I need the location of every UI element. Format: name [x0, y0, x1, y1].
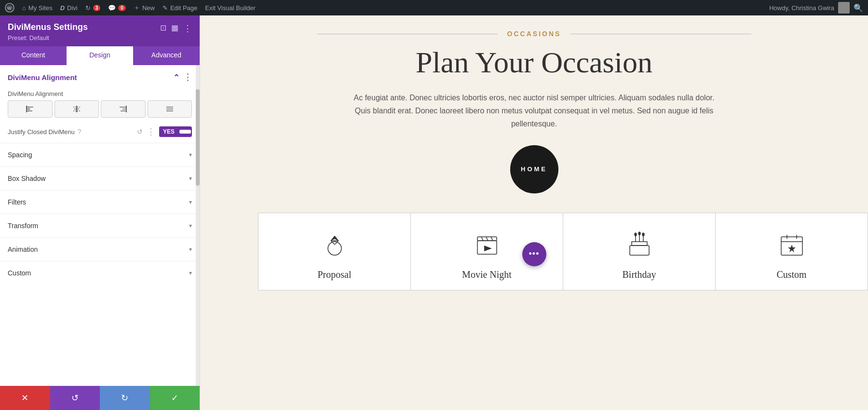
recycle-item[interactable]: ↻ 3	[85, 4, 101, 12]
custom-chevron: ▾	[189, 270, 192, 276]
svg-point-34	[635, 233, 637, 236]
svg-line-25	[481, 237, 483, 241]
bottom-action-bar: ✕ ↺ ↻ ✓	[0, 386, 200, 410]
section-collapse-icon[interactable]: ⌃	[173, 73, 179, 82]
my-sites-label: My Sites	[28, 4, 53, 12]
calendar-star-icon	[775, 228, 809, 261]
box-shadow-label: Box Shadow	[8, 175, 46, 182]
comment-icon: 💬	[108, 4, 116, 12]
transform-header[interactable]: Transform ▾	[0, 214, 200, 237]
tab-advanced[interactable]: Advanced	[133, 46, 200, 65]
wordpress-icon: W	[5, 3, 14, 13]
panel-header: DiviMenus Settings ⊡ ▦ ⋮ Preset: Default	[0, 15, 200, 46]
spacing-section: Spacing ▾	[0, 143, 200, 166]
home-icon: ⌂	[22, 4, 26, 12]
align-justify-button[interactable]	[148, 100, 192, 118]
toggle-more-icon[interactable]: ⋮	[147, 126, 155, 137]
undo-button[interactable]: ↺	[50, 386, 100, 410]
reset-icon[interactable]: ↺	[137, 128, 143, 136]
tab-design[interactable]: Design	[67, 46, 133, 65]
align-center-button[interactable]	[54, 100, 99, 118]
transform-label: Transform	[8, 222, 38, 230]
box-shadow-chevron: ▾	[189, 175, 192, 182]
clapperboard-icon	[470, 228, 504, 261]
new-item[interactable]: ＋ New	[134, 3, 155, 12]
divider-line-right	[570, 34, 751, 34]
svg-point-36	[642, 233, 644, 236]
exit-builder-label: Exit Visual Builder	[205, 4, 256, 12]
panel-resize-icon[interactable]: ⊡	[160, 23, 166, 34]
search-icon[interactable]: 🔍	[854, 3, 863, 13]
custom-header[interactable]: Custom ▾	[0, 261, 200, 280]
alignment-label-text: DiviMenu Alignment	[8, 90, 63, 97]
recycle-icon: ↻	[85, 4, 91, 12]
svg-rect-30	[632, 242, 647, 246]
toggle-yes-label: YES	[159, 126, 178, 137]
animation-section: Animation ▾	[0, 237, 200, 261]
panel-layout-icon[interactable]: ▦	[171, 23, 178, 34]
main-layout: DiviMenus Settings ⊡ ▦ ⋮ Preset: Default…	[0, 15, 868, 410]
panel-body: DiviMenu Alignment ⌃ ⋮ DiviMenu Alignmen…	[0, 65, 200, 386]
align-left-button[interactable]	[8, 100, 53, 118]
svg-line-27	[491, 237, 493, 241]
occasions-description: Ac feugiat ante. Donec ultricies loborti…	[351, 91, 718, 131]
svg-marker-41	[788, 245, 796, 252]
transform-section: Transform ▾	[0, 214, 200, 237]
spacing-chevron: ▾	[189, 151, 192, 158]
toggle-label-container: Justify Closed DiviMenu ?	[8, 128, 81, 136]
alignment-section-title: DiviMenu Alignment ⌃ ⋮	[0, 65, 200, 86]
svg-text:W: W	[7, 6, 12, 11]
plus-icon: ＋	[134, 3, 140, 12]
home-circle[interactable]: HOME	[510, 145, 558, 193]
alignment-buttons-row	[0, 100, 200, 123]
svg-marker-19	[331, 236, 339, 241]
help-icon[interactable]: ?	[78, 128, 81, 136]
svg-rect-29	[630, 246, 649, 255]
toggle-no-indicator	[179, 130, 191, 134]
custom-card[interactable]: Custom	[716, 213, 868, 290]
admin-bar: W ⌂ My Sites D Divi ↻ 3 💬 0 ＋ New	[0, 0, 868, 15]
pencil-icon: ✎	[163, 4, 168, 12]
comment-item[interactable]: 💬 0	[108, 4, 126, 12]
occasions-section: OCCASIONS Plan Your Occasion Ac feugiat …	[200, 15, 868, 213]
animation-header[interactable]: Animation ▾	[0, 238, 200, 261]
svg-point-35	[638, 232, 640, 235]
divi-item[interactable]: D Divi	[60, 4, 78, 12]
align-right-button[interactable]	[101, 100, 146, 118]
scrollbar-track[interactable]	[196, 65, 200, 386]
custom-section: Custom ▾	[0, 261, 200, 280]
birthday-card[interactable]: Birthday	[563, 213, 716, 290]
panel-preset[interactable]: Preset: Default	[8, 34, 192, 41]
box-shadow-header[interactable]: Box Shadow ▾	[0, 167, 200, 190]
section-title-icons: ⌃ ⋮	[173, 72, 192, 82]
scrollbar-thumb[interactable]	[196, 89, 200, 186]
tab-content[interactable]: Content	[0, 46, 67, 65]
spacing-header[interactable]: Spacing ▾	[0, 143, 200, 166]
filters-header[interactable]: Filters ▾	[0, 191, 200, 214]
justify-closed-row: Justify Closed DiviMenu ? ↺ ⋮ YES	[0, 123, 200, 143]
cake-icon	[623, 228, 656, 261]
section-options-icon[interactable]: ⋮	[183, 72, 192, 82]
panel-tabs: Content Design Advanced	[0, 46, 200, 65]
occasions-divider: OCCASIONS	[317, 30, 751, 38]
my-sites-item[interactable]: ⌂ My Sites	[22, 4, 53, 12]
svg-point-18	[328, 242, 341, 255]
admin-bar-left: W ⌂ My Sites D Divi ↻ 3 💬 0 ＋ New	[5, 3, 761, 13]
wp-logo[interactable]: W	[5, 3, 14, 13]
animation-chevron: ▾	[189, 246, 192, 253]
save-button[interactable]: ✓	[150, 386, 200, 410]
justify-closed-toggle[interactable]: YES	[159, 126, 192, 137]
cancel-button[interactable]: ✕	[0, 386, 50, 410]
proposal-label: Proposal	[318, 269, 352, 280]
edit-page-item[interactable]: ✎ Edit Page	[163, 4, 197, 12]
user-avatar	[838, 2, 850, 14]
custom-label: Custom	[776, 269, 806, 280]
alignment-title-text: DiviMenu Alignment	[8, 73, 77, 82]
redo-button[interactable]: ↻	[100, 386, 150, 410]
panel-more-icon[interactable]: ⋮	[183, 23, 192, 34]
exit-builder-item[interactable]: Exit Visual Builder	[205, 4, 256, 12]
fab-button[interactable]: •••	[522, 242, 546, 266]
box-shadow-section: Box Shadow ▾	[0, 166, 200, 190]
cards-row: Proposal	[258, 213, 868, 290]
proposal-card[interactable]: Proposal	[258, 213, 411, 290]
